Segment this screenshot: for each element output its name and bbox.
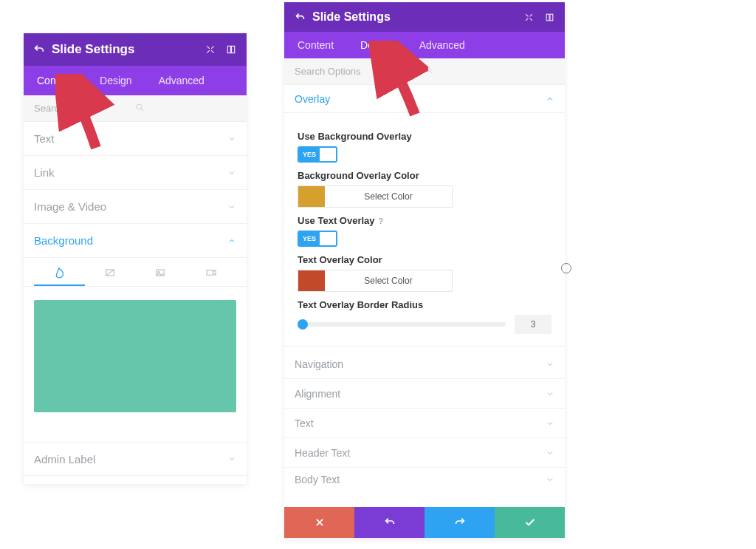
slider-text-overlay-radius[interactable] xyxy=(298,322,506,327)
chevron-down-icon xyxy=(546,419,554,428)
label-bg-overlay-color: Background Overlay Color xyxy=(298,170,551,181)
section-link[interactable]: Link xyxy=(24,156,247,190)
tab-bar: Content Design Advanced xyxy=(24,66,247,95)
expand-icon[interactable] xyxy=(204,43,217,56)
chevron-down-icon xyxy=(227,454,236,463)
section-admin-label[interactable]: Admin Label xyxy=(24,442,247,476)
search-icon xyxy=(135,103,236,115)
chevron-down-icon xyxy=(227,202,236,211)
panel-title: Slide Settings xyxy=(312,10,522,24)
subtab-gradient[interactable] xyxy=(85,261,136,286)
chevron-down-icon xyxy=(227,134,236,143)
background-color-swatch[interactable] xyxy=(34,300,236,412)
chevron-down-icon xyxy=(546,360,554,369)
label-text-overlay-radius: Text Overlay Border Radius xyxy=(298,299,551,310)
chevron-up-icon xyxy=(227,236,236,245)
panel-body: Text Link Image & Video Background xyxy=(24,122,247,484)
color-picker-text-overlay[interactable]: Select Color xyxy=(298,270,453,292)
search-input[interactable]: Search Options xyxy=(284,58,565,85)
overlay-form: Use Background Overlay YES Background Ov… xyxy=(284,113,565,349)
footer-save-button[interactable] xyxy=(495,507,565,538)
search-input[interactable]: Search Options xyxy=(24,95,247,122)
toggle-use-text-overlay[interactable]: YES xyxy=(298,231,337,247)
svg-rect-1 xyxy=(232,46,235,52)
svg-rect-7 xyxy=(546,14,549,21)
expand-icon[interactable] xyxy=(522,10,535,24)
section-alignment[interactable]: Alignment xyxy=(284,379,565,409)
section-text[interactable]: Text xyxy=(284,409,565,438)
subtab-video[interactable] xyxy=(186,261,237,286)
search-icon xyxy=(425,66,554,77)
section-overlay[interactable]: Overlay xyxy=(284,85,565,113)
section-navigation[interactable]: Navigation xyxy=(284,349,565,379)
background-subtabs xyxy=(24,258,247,287)
svg-point-2 xyxy=(137,104,142,109)
section-text[interactable]: Text xyxy=(24,122,247,156)
toggle-use-bg-overlay[interactable]: YES xyxy=(298,146,337,163)
help-icon[interactable]: ? xyxy=(379,216,384,225)
svg-rect-0 xyxy=(227,46,230,52)
background-color-swatch-wrap xyxy=(24,287,247,426)
section-image-video[interactable]: Image & Video xyxy=(24,190,247,224)
tab-advanced[interactable]: Advanced xyxy=(406,32,478,58)
search-placeholder: Search Options xyxy=(295,66,425,77)
label-text-overlay-color: Text Overlay Color xyxy=(298,254,551,265)
undo-icon[interactable] xyxy=(293,10,306,24)
input-text-overlay-radius[interactable]: 3 xyxy=(515,315,551,334)
panel-design: Slide Settings Content Design Advanced S… xyxy=(284,2,565,538)
panel-body: Overlay Use Background Overlay YES Backg… xyxy=(284,85,565,507)
panel-header: Slide Settings xyxy=(24,33,247,66)
footer-actions xyxy=(284,507,565,538)
panel-header: Slide Settings xyxy=(284,2,565,32)
footer-redo-button[interactable] xyxy=(425,507,495,538)
color-chip xyxy=(298,186,325,207)
panel-content: Slide Settings Content Design Advanced S… xyxy=(24,33,247,484)
footer-undo-button[interactable] xyxy=(354,507,425,538)
snap-icon[interactable] xyxy=(224,43,238,56)
footer-close-button[interactable] xyxy=(284,507,354,538)
chevron-down-icon xyxy=(546,475,554,484)
chevron-up-icon xyxy=(546,95,554,103)
label-use-bg-overlay: Use Background Overlay xyxy=(298,131,551,142)
undo-icon[interactable] xyxy=(32,43,46,56)
search-placeholder: Search Options xyxy=(34,103,135,114)
tab-content[interactable]: Content xyxy=(284,32,347,58)
chevron-down-icon xyxy=(546,389,554,398)
subtab-color[interactable] xyxy=(34,261,85,286)
svg-point-9 xyxy=(426,67,430,72)
tab-content[interactable]: Content xyxy=(24,66,86,95)
label-use-text-overlay: Use Text Overlay ? xyxy=(298,215,551,226)
tab-bar: Content Design Advanced xyxy=(284,32,565,58)
snap-icon[interactable] xyxy=(543,10,556,24)
color-picker-bg-overlay[interactable]: Select Color xyxy=(298,185,453,208)
subtab-image[interactable] xyxy=(135,261,186,286)
svg-rect-8 xyxy=(550,14,553,21)
chevron-down-icon xyxy=(227,168,236,177)
clip-indicator-icon xyxy=(561,263,571,273)
chevron-down-icon xyxy=(546,449,554,457)
svg-rect-6 xyxy=(207,270,213,276)
tab-advanced[interactable]: Advanced xyxy=(145,66,218,95)
section-body-text[interactable]: Body Text xyxy=(284,468,565,491)
tab-design[interactable]: Design xyxy=(86,66,145,95)
color-chip xyxy=(298,270,325,291)
section-background[interactable]: Background xyxy=(24,224,247,258)
section-header-text[interactable]: Header Text xyxy=(284,438,565,468)
tab-design[interactable]: Design xyxy=(347,32,406,58)
panel-title: Slide Settings xyxy=(52,42,204,57)
